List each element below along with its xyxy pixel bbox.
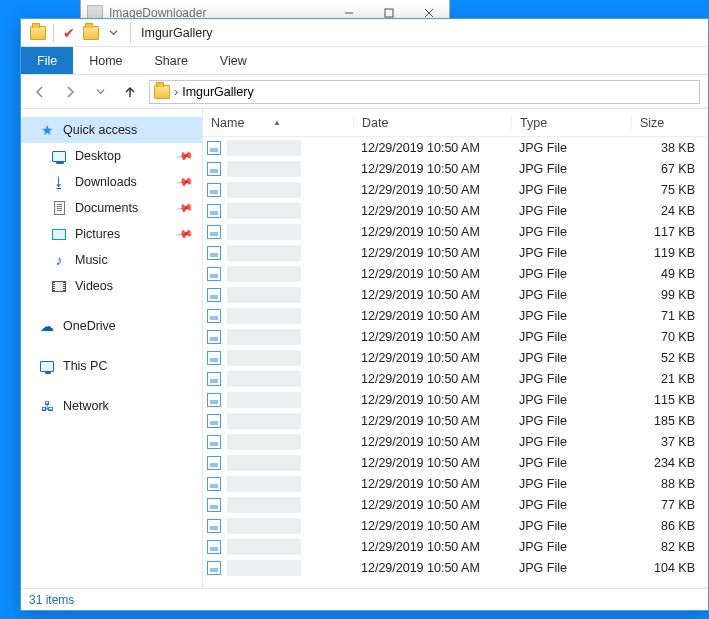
table-row[interactable]: 12/29/2019 10:50 AMJPG File88 KB	[203, 473, 708, 494]
ribbon-tabs: File Home Share View	[21, 47, 708, 75]
table-row[interactable]: 12/29/2019 10:50 AMJPG File71 KB	[203, 305, 708, 326]
nav-downloads[interactable]: ⭳ Downloads 📌	[21, 169, 202, 195]
column-size[interactable]: Size	[631, 116, 701, 130]
recent-locations-button[interactable]	[89, 81, 111, 103]
nav-videos[interactable]: Videos	[21, 273, 202, 299]
jpg-file-icon	[207, 456, 221, 470]
table-row[interactable]: 12/29/2019 10:50 AMJPG File86 KB	[203, 515, 708, 536]
file-type: JPG File	[511, 267, 631, 281]
forward-button[interactable]	[59, 81, 81, 103]
status-item-count: 31 items	[29, 593, 74, 607]
table-row[interactable]: 12/29/2019 10:50 AMJPG File24 KB	[203, 200, 708, 221]
separator	[53, 24, 54, 42]
file-name-redacted	[227, 350, 301, 366]
sort-indicator-icon: ▲	[273, 118, 281, 127]
file-list-pane: Name ▲ Date Type Size 12/29/2019 10:50 A…	[203, 109, 708, 588]
table-row[interactable]: 12/29/2019 10:50 AMJPG File70 KB	[203, 326, 708, 347]
tab-view[interactable]: View	[204, 47, 263, 74]
jpg-file-icon	[207, 162, 221, 176]
table-row[interactable]: 12/29/2019 10:50 AMJPG File67 KB	[203, 158, 708, 179]
file-size: 117 KB	[631, 225, 701, 239]
column-headers: Name ▲ Date Type Size	[203, 109, 708, 137]
jpg-file-icon	[207, 204, 221, 218]
table-row[interactable]: 12/29/2019 10:50 AMJPG File38 KB	[203, 137, 708, 158]
nav-label: Music	[75, 253, 108, 267]
file-date: 12/29/2019 10:50 AM	[353, 372, 511, 386]
file-size: 71 KB	[631, 309, 701, 323]
nav-this-pc[interactable]: This PC	[21, 353, 202, 379]
file-type: JPG File	[511, 561, 631, 575]
nav-music[interactable]: ♪ Music	[21, 247, 202, 273]
column-name[interactable]: Name ▲	[203, 116, 353, 130]
table-row[interactable]: 12/29/2019 10:50 AMJPG File185 KB	[203, 410, 708, 431]
column-date[interactable]: Date	[353, 116, 511, 130]
nav-label: Quick access	[63, 123, 137, 137]
file-type: JPG File	[511, 498, 631, 512]
file-date: 12/29/2019 10:50 AM	[353, 330, 511, 344]
table-row[interactable]: 12/29/2019 10:50 AMJPG File52 KB	[203, 347, 708, 368]
back-button[interactable]	[29, 81, 51, 103]
file-size: 99 KB	[631, 288, 701, 302]
file-name-redacted	[227, 497, 301, 513]
nav-label: OneDrive	[63, 319, 116, 333]
network-icon: 🖧	[39, 398, 55, 414]
address-bar[interactable]: › ImgurGallery	[149, 80, 700, 104]
file-name-redacted	[227, 455, 301, 471]
file-name-redacted	[227, 287, 301, 303]
chevron-right-icon[interactable]: ›	[174, 85, 178, 99]
table-row[interactable]: 12/29/2019 10:50 AMJPG File115 KB	[203, 389, 708, 410]
tab-home[interactable]: Home	[73, 47, 138, 74]
desktop-icon	[51, 148, 67, 164]
qat-folder-icon[interactable]	[27, 22, 49, 44]
file-size: 75 KB	[631, 183, 701, 197]
tab-file[interactable]: File	[21, 47, 73, 74]
jpg-file-icon	[207, 183, 221, 197]
column-type[interactable]: Type	[511, 116, 631, 130]
nav-desktop[interactable]: Desktop 📌	[21, 143, 202, 169]
table-row[interactable]: 12/29/2019 10:50 AMJPG File75 KB	[203, 179, 708, 200]
breadcrumb-folder[interactable]: ImgurGallery	[182, 85, 254, 99]
nav-quick-access[interactable]: ★ Quick access	[21, 117, 202, 143]
nav-network[interactable]: 🖧 Network	[21, 393, 202, 419]
qat-customize-icon[interactable]	[102, 22, 124, 44]
table-row[interactable]: 12/29/2019 10:50 AMJPG File37 KB	[203, 431, 708, 452]
table-row[interactable]: 12/29/2019 10:50 AMJPG File104 KB	[203, 557, 708, 578]
titlebar[interactable]: ✔ ImgurGallery	[21, 19, 708, 47]
file-date: 12/29/2019 10:50 AM	[353, 435, 511, 449]
file-type: JPG File	[511, 246, 631, 260]
file-type: JPG File	[511, 309, 631, 323]
table-row[interactable]: 12/29/2019 10:50 AMJPG File99 KB	[203, 284, 708, 305]
table-row[interactable]: 12/29/2019 10:50 AMJPG File234 KB	[203, 452, 708, 473]
table-row[interactable]: 12/29/2019 10:50 AMJPG File21 KB	[203, 368, 708, 389]
tab-share[interactable]: Share	[139, 47, 204, 74]
separator	[130, 23, 131, 43]
nav-label: Videos	[75, 279, 113, 293]
file-date: 12/29/2019 10:50 AM	[353, 288, 511, 302]
nav-pictures[interactable]: Pictures 📌	[21, 221, 202, 247]
file-name-redacted	[227, 182, 301, 198]
jpg-file-icon	[207, 393, 221, 407]
table-row[interactable]: 12/29/2019 10:50 AMJPG File117 KB	[203, 221, 708, 242]
file-type: JPG File	[511, 435, 631, 449]
nav-label: Downloads	[75, 175, 137, 189]
file-type: JPG File	[511, 456, 631, 470]
nav-documents[interactable]: Documents 📌	[21, 195, 202, 221]
nav-label: Network	[63, 399, 109, 413]
file-size: 185 KB	[631, 414, 701, 428]
file-type: JPG File	[511, 225, 631, 239]
table-row[interactable]: 12/29/2019 10:50 AMJPG File49 KB	[203, 263, 708, 284]
file-type: JPG File	[511, 351, 631, 365]
file-date: 12/29/2019 10:50 AM	[353, 393, 511, 407]
qat-newfolder-icon[interactable]	[80, 22, 102, 44]
file-date: 12/29/2019 10:50 AM	[353, 309, 511, 323]
file-type: JPG File	[511, 204, 631, 218]
qat-properties-icon[interactable]: ✔	[58, 22, 80, 44]
nav-onedrive[interactable]: ☁ OneDrive	[21, 313, 202, 339]
file-name-redacted	[227, 329, 301, 345]
table-row[interactable]: 12/29/2019 10:50 AMJPG File77 KB	[203, 494, 708, 515]
pin-icon: 📌	[176, 173, 195, 192]
table-row[interactable]: 12/29/2019 10:50 AMJPG File82 KB	[203, 536, 708, 557]
table-row[interactable]: 12/29/2019 10:50 AMJPG File119 KB	[203, 242, 708, 263]
up-button[interactable]	[119, 81, 141, 103]
file-name-redacted	[227, 539, 301, 555]
